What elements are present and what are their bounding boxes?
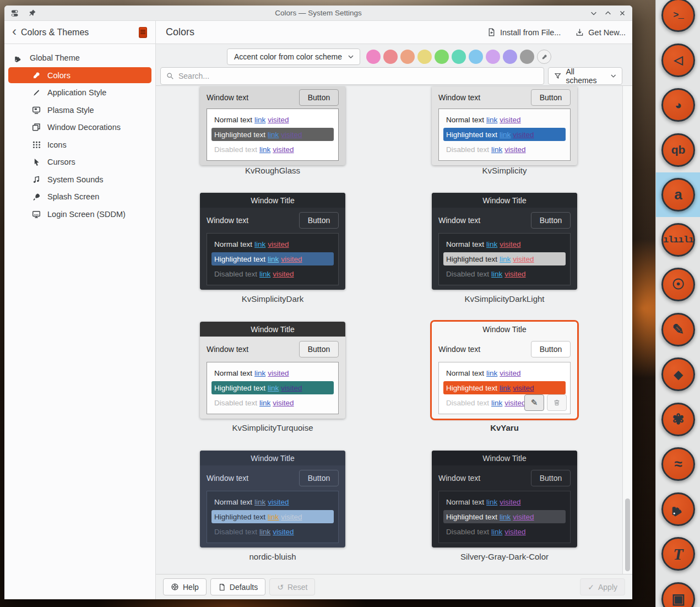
preview-link[interactable]: link	[491, 528, 502, 536]
accent-color-swatch-5[interactable]	[435, 50, 449, 64]
minimize-button[interactable]	[589, 9, 598, 18]
preview-link[interactable]: link	[486, 240, 497, 248]
dock-item-app-a[interactable]: a	[656, 172, 700, 217]
install-from-file-button[interactable]: Install from File...	[487, 28, 561, 37]
accent-color-swatch-3[interactable]	[400, 50, 415, 64]
preview-link[interactable]: link	[268, 513, 279, 521]
close-button[interactable]	[618, 9, 627, 18]
preview-link[interactable]: link	[268, 131, 279, 139]
preview-visited-link[interactable]: visited	[273, 270, 294, 278]
preview-visited-link[interactable]: visited	[500, 369, 520, 377]
preview-visited-link[interactable]: visited	[513, 513, 534, 521]
accent-source-dropdown[interactable]: Accent color from color scheme	[227, 48, 360, 65]
sidebar-item-icons[interactable]: Icons	[8, 137, 151, 153]
preview-link[interactable]: link	[500, 513, 511, 521]
dock-item-file-manager[interactable]: ▣	[656, 577, 700, 607]
sidebar-item-global-theme[interactable]: Global Theme	[8, 50, 151, 66]
preview-visited-link[interactable]: visited	[268, 240, 289, 248]
scheme-card-kvroughglass[interactable]: Window textButtonNormal textlinkvisitedH…	[200, 86, 345, 165]
titlebar[interactable]: Colors — System Settings	[4, 6, 632, 21]
scrollbar[interactable]	[622, 86, 632, 574]
preview-link[interactable]: link	[259, 270, 270, 278]
accent-color-swatch-2[interactable]	[383, 50, 398, 64]
preview-visited-link[interactable]: visited	[504, 270, 525, 278]
preview-visited-link[interactable]: visited	[268, 369, 289, 377]
sidebar-item-colors[interactable]: Colors	[8, 67, 151, 83]
preview-link[interactable]: link	[500, 255, 511, 263]
preview-button[interactable]: Button	[531, 470, 571, 486]
preview-visited-link[interactable]: visited	[281, 513, 302, 521]
sidebar-item-splash-screen[interactable]: Splash Screen	[8, 189, 151, 205]
sidebar-item-login-screen-sddm[interactable]: Login Screen (SDDM)	[8, 206, 151, 222]
preview-visited-link[interactable]: visited	[504, 399, 525, 407]
sidebar-item-plasma-style[interactable]: Plasma Style	[8, 102, 151, 118]
preview-link[interactable]: link	[486, 116, 497, 124]
preview-link[interactable]: link	[254, 240, 265, 248]
preview-link[interactable]: link	[486, 369, 497, 377]
preview-button[interactable]: Button	[531, 212, 571, 229]
preview-visited-link[interactable]: visited	[281, 255, 302, 263]
help-button[interactable]: Help	[163, 578, 207, 595]
scheme-card-silvery-gray-dark-color[interactable]: Window TitleWindow textButtonNormal text…	[432, 451, 577, 548]
preview-link[interactable]: link	[254, 369, 265, 377]
scheme-filter-dropdown[interactable]: All schemes	[548, 67, 622, 85]
accent-color-swatch-8[interactable]	[486, 50, 500, 64]
dock-item-inkscape[interactable]: ◆	[656, 352, 700, 397]
sidebar-item-system-sounds[interactable]: System Sounds	[8, 171, 151, 187]
preview-button[interactable]: Button	[299, 470, 339, 486]
scheme-card-nordic-bluish[interactable]: Window TitleWindow textButtonNormal text…	[200, 451, 345, 548]
preview-visited-link[interactable]: visited	[504, 145, 525, 154]
scheme-card-kvsimplicityturquoise[interactable]: Window TitleWindow textButtonNormal text…	[200, 322, 345, 419]
accent-color-swatch-6[interactable]	[452, 50, 466, 64]
dock-item-audio-editor[interactable]: ılıılı	[656, 218, 700, 262]
dock-item-theme-app[interactable]	[656, 487, 700, 532]
custom-color-picker-button[interactable]	[537, 50, 551, 64]
preview-button[interactable]: Button	[299, 341, 339, 357]
scrollbar-thumb[interactable]	[625, 498, 630, 571]
preview-visited-link[interactable]: visited	[504, 528, 525, 536]
edit-scheme-button[interactable]: ✎	[524, 394, 544, 411]
preview-link[interactable]: link	[259, 528, 270, 536]
preview-link[interactable]: link	[259, 145, 270, 154]
preview-visited-link[interactable]: visited	[273, 399, 294, 407]
dock-item-latex-editor[interactable]: T	[656, 532, 700, 576]
dock-item-system-monitor[interactable]: ≈	[656, 442, 700, 486]
get-new-button[interactable]: Get New...	[575, 28, 626, 37]
preview-button[interactable]: Button	[299, 89, 339, 106]
dock-item-vscode[interactable]: ◁	[656, 38, 700, 83]
dock-item-color-palette-app[interactable]: ✾	[656, 397, 700, 442]
preview-visited-link[interactable]: visited	[513, 131, 534, 139]
preview-button[interactable]: Button	[531, 341, 571, 357]
preview-link[interactable]: link	[259, 399, 270, 407]
scheme-card-kvsimplicitydarklight[interactable]: Window TitleWindow textButtonNormal text…	[432, 193, 577, 290]
scheme-card-kvsimplicity[interactable]: Window textButtonNormal textlinkvisitedH…	[432, 86, 577, 165]
preview-link[interactable]: link	[491, 270, 502, 278]
scheme-card-kvsimplicitydark[interactable]: Window TitleWindow textButtonNormal text…	[200, 193, 345, 290]
dock-item-qbittorrent[interactable]: qb	[656, 128, 700, 172]
preview-visited-link[interactable]: visited	[268, 498, 289, 506]
dock-item-steam[interactable]: ☉	[656, 262, 700, 307]
apply-button[interactable]: ✓ Apply	[580, 578, 625, 595]
search-input[interactable]	[178, 72, 538, 80]
scheme-card-kvyaru[interactable]: Window TitleWindow textButtonNormal text…	[432, 322, 577, 419]
maximize-button[interactable]	[604, 9, 612, 18]
sidebar-item-cursors[interactable]: Cursors	[8, 154, 151, 170]
sidebar-item-window-decorations[interactable]: Window Decorations	[8, 120, 151, 136]
preview-visited-link[interactable]: visited	[513, 384, 534, 392]
preview-visited-link[interactable]: visited	[500, 116, 520, 124]
dock-item-firefox[interactable]: ◕	[656, 83, 700, 127]
accent-color-swatch-7[interactable]	[469, 50, 483, 64]
preview-button[interactable]: Button	[531, 89, 571, 106]
delete-scheme-button[interactable]	[547, 394, 567, 411]
back-button[interactable]: ‹	[12, 25, 17, 38]
preview-link[interactable]: link	[268, 255, 279, 263]
preview-link[interactable]: link	[268, 384, 279, 392]
preview-link[interactable]: link	[491, 145, 502, 154]
preview-link[interactable]: link	[254, 498, 265, 506]
preview-visited-link[interactable]: visited	[281, 131, 302, 139]
reset-button[interactable]: ↺ Reset	[269, 578, 315, 595]
accent-color-swatch-10[interactable]	[520, 50, 534, 64]
preview-visited-link[interactable]: visited	[268, 116, 289, 124]
preview-visited-link[interactable]: visited	[281, 384, 302, 392]
preview-link[interactable]: link	[486, 498, 497, 506]
